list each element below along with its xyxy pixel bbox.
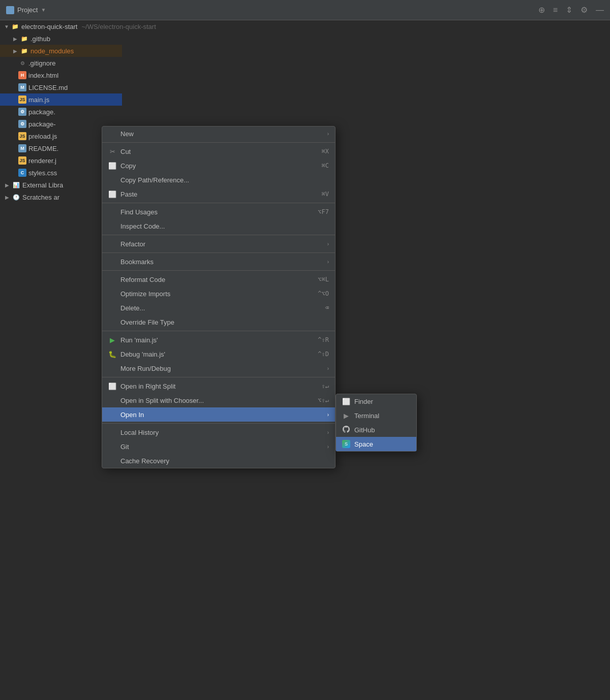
menu-item-refactor[interactable]: Refactor › — [102, 237, 335, 251]
menu-label-open-in: Open In — [120, 411, 144, 419]
split-icon[interactable]: ⇕ — [566, 5, 572, 15]
submenu-label-finder: Finder — [354, 398, 373, 405]
settings-icon[interactable]: ⚙ — [581, 5, 588, 15]
separator — [102, 377, 335, 377]
separator — [102, 270, 335, 271]
tree-item-label: External Libra — [22, 181, 63, 189]
menu-item-bookmarks[interactable]: Bookmarks › — [102, 254, 335, 269]
dropdown-chevron-icon[interactable]: ▼ — [41, 7, 46, 13]
tree-item-label: package. — [28, 108, 55, 116]
menu-item-cache-recovery[interactable]: Cache Recovery — [102, 454, 335, 468]
terminal-icon: ▶ — [342, 412, 350, 420]
submenu-item-terminal[interactable]: ▶ Terminal — [336, 408, 416, 423]
separator — [102, 142, 335, 143]
tree-item-package[interactable]: ⚙ package. — [0, 106, 122, 118]
paste-icon: ⬜ — [108, 190, 116, 198]
tree-item-label: package- — [28, 120, 55, 128]
menu-item-local-history[interactable]: Local History › — [102, 425, 335, 439]
js-file-icon: JS — [18, 96, 26, 104]
menu-label-cut: Cut — [120, 148, 131, 155]
shortcut-reformat: ⌥⌘L — [318, 276, 329, 283]
arrow-icon: › — [327, 430, 329, 435]
submenu-open-in: ⬜ Finder ▶ Terminal GitHub S Space — [336, 394, 417, 452]
menu-label-bookmarks: Bookmarks — [120, 258, 154, 266]
menu-label-run: Run 'main.js' — [120, 336, 158, 344]
arrow-icon: › — [327, 412, 329, 418]
minimize-icon[interactable]: — — [596, 6, 604, 15]
menu-item-new[interactable]: New › — [102, 126, 335, 141]
tree-item-gitignore[interactable]: ⚙ .gitignore — [0, 57, 122, 69]
menu-item-open-chooser[interactable]: Open in Split with Chooser... ⌥⇧↵ — [102, 393, 335, 407]
menu-item-paste[interactable]: ⬜ Paste ⌘V — [102, 187, 335, 201]
github-icon — [342, 426, 350, 434]
add-icon[interactable]: ⊕ — [538, 5, 545, 15]
tree-item-label: preload.js — [28, 133, 57, 140]
arrow-icon: › — [327, 131, 329, 137]
ext-lib-icon: 📊 — [12, 181, 20, 189]
menu-item-inspect[interactable]: Inspect Code... — [102, 219, 335, 233]
menu-item-open-in[interactable]: Open In › — [102, 407, 335, 422]
tree-item-index-html[interactable]: H index.html — [0, 69, 122, 81]
submenu-item-finder[interactable]: ⬜ Finder — [336, 394, 416, 408]
cut-icon: ✂ — [108, 148, 116, 155]
menu-label-refactor: Refactor — [120, 240, 145, 248]
copy-icon: ⬜ — [108, 162, 116, 170]
space-icon: S — [342, 440, 350, 448]
arrow-icon: › — [327, 241, 329, 247]
menu-item-more-run[interactable]: More Run/Debug › — [102, 361, 335, 375]
tree-item-label: Scratches ar — [22, 194, 59, 201]
menu-label-cache-recovery: Cache Recovery — [120, 457, 169, 465]
submenu-item-space[interactable]: S Space — [336, 437, 416, 451]
menu-item-find-usages[interactable]: Find Usages ⌥F7 — [102, 205, 335, 219]
run-icon: ▶ — [108, 336, 116, 344]
finder-icon: ⬜ — [342, 398, 350, 405]
submenu-label-space: Space — [354, 440, 373, 448]
menu-item-copy[interactable]: ⬜ Copy ⌘C — [102, 158, 335, 173]
tree-item-main-js[interactable]: JS main.js — [0, 93, 122, 106]
menu-label-inspect: Inspect Code... — [120, 222, 165, 230]
chevron-icon: ▶ — [4, 182, 10, 188]
root-path: ~/WS/electron-quick-start — [81, 23, 156, 30]
menu-label-find-usages: Find Usages — [120, 208, 158, 216]
tree-item-label: LICENSE.md — [28, 84, 68, 91]
menu-item-copy-path[interactable]: Copy Path/Reference... — [102, 173, 335, 187]
menu-item-delete[interactable]: Delete... ⌫ — [102, 301, 335, 315]
tree-item-label: renderer.j — [28, 157, 56, 165]
menu-item-open-right[interactable]: ⬜ Open in Right Split ⇧↵ — [102, 379, 335, 393]
submenu-item-github[interactable]: GitHub — [336, 423, 416, 437]
arrow-icon: › — [327, 366, 329, 371]
tree-item-label: README. — [28, 145, 58, 152]
separator — [102, 235, 335, 235]
shortcut-find: ⌥F7 — [318, 208, 329, 215]
menu-item-reformat[interactable]: Reformat Code ⌥⌘L — [102, 272, 335, 287]
submenu-label-terminal: Terminal — [354, 412, 379, 420]
title-bar: Project ▼ ⊕ ≡ ⇕ ⚙ — — [0, 0, 610, 20]
menu-label-git: Git — [120, 443, 129, 451]
tree-item-label: .github — [30, 35, 50, 43]
tree-root[interactable]: ▼ 📁 electron-quick-start ~/WS/electron-q… — [0, 20, 122, 33]
menu-item-debug[interactable]: 🐛 Debug 'main.js' ^⇧D — [102, 347, 335, 361]
menu-label-debug: Debug 'main.js' — [120, 351, 165, 358]
html-file-icon: H — [18, 71, 26, 79]
menu-item-git[interactable]: Git › — [102, 439, 335, 454]
tree-item-github[interactable]: ▶ 📁 .github — [0, 33, 122, 45]
js-file-icon: JS — [18, 156, 26, 165]
menu-item-run[interactable]: ▶ Run 'main.js' ^⇧R — [102, 333, 335, 347]
context-menu: New › ✂ Cut ⌘X ⬜ Copy ⌘C Copy Path/Refer… — [102, 126, 336, 468]
list-icon[interactable]: ≡ — [553, 6, 558, 15]
chevron-icon: ▶ — [12, 48, 18, 54]
md-file-icon: M — [18, 83, 26, 91]
menu-item-override-file-type[interactable]: Override File Type — [102, 315, 335, 329]
title-bar-left: Project ▼ — [6, 6, 46, 14]
file-icon: ⚙ — [18, 59, 26, 67]
shortcut-open-right: ⇧↵ — [322, 383, 329, 390]
shortcut-paste: ⌘V — [322, 190, 329, 198]
arrow-icon: › — [327, 259, 329, 265]
root-chevron-icon: ▼ — [4, 24, 9, 29]
tree-item-node-modules[interactable]: ▶ 📁 node_modules — [0, 45, 122, 57]
scratches-icon: 🕐 — [12, 193, 20, 201]
shortcut-delete: ⌫ — [325, 304, 329, 311]
tree-item-license[interactable]: M LICENSE.md — [0, 81, 122, 93]
menu-item-cut[interactable]: ✂ Cut ⌘X — [102, 144, 335, 158]
menu-item-optimize[interactable]: Optimize Imports ^⌥O — [102, 287, 335, 301]
